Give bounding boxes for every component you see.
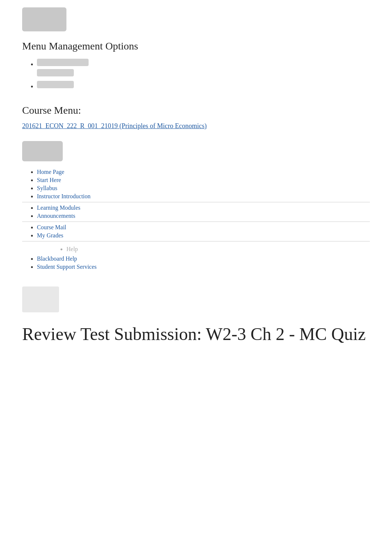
help-subsection: Help bbox=[22, 246, 370, 253]
list-item: Syllabus bbox=[37, 185, 370, 192]
nav-group-2: Learning Modules Announcements bbox=[22, 205, 370, 219]
nav-group-4: Blackboard Help Student Support Services bbox=[22, 255, 370, 270]
nav-group-3: Course Mail My Grades bbox=[22, 224, 370, 239]
list-item: Home Page bbox=[37, 169, 370, 175]
course-logo-placeholder bbox=[22, 141, 63, 161]
page-container: Menu Management Options Course Menu: 201… bbox=[0, 0, 392, 556]
full-nav: Home Page Start Here Syllabus Instructor… bbox=[0, 141, 392, 272]
menu-management-title: Menu Management Options bbox=[22, 40, 370, 52]
course-mail-link[interactable]: Course Mail bbox=[37, 224, 66, 230]
list-item bbox=[37, 81, 370, 90]
list-item: Blackboard Help bbox=[37, 255, 370, 262]
top-logo bbox=[22, 7, 66, 31]
list-item: Learning Modules bbox=[37, 205, 370, 211]
help-item: Help bbox=[66, 246, 370, 253]
menu-item-placeholder-2 bbox=[37, 69, 74, 76]
review-thumbnail bbox=[22, 286, 59, 312]
menu-item-placeholder-1 bbox=[37, 59, 89, 66]
nav-list-1: Home Page Start Here Syllabus Instructor… bbox=[22, 169, 370, 200]
student-support-services-link[interactable]: Student Support Services bbox=[37, 264, 97, 270]
list-item bbox=[37, 59, 370, 78]
list-item: Student Support Services bbox=[37, 264, 370, 270]
list-item: Start Here bbox=[37, 177, 370, 183]
menu-management-section: Menu Management Options bbox=[0, 37, 392, 101]
my-grades-link[interactable]: My Grades bbox=[37, 232, 63, 238]
list-item: Announcements bbox=[37, 213, 370, 219]
menu-item-placeholder-3 bbox=[37, 81, 74, 88]
nav-list-4: Blackboard Help Student Support Services bbox=[22, 255, 370, 270]
list-item: Instructor Introduction bbox=[37, 193, 370, 200]
blackboard-help-link[interactable]: Blackboard Help bbox=[37, 255, 77, 262]
home-page-link[interactable]: Home Page bbox=[37, 169, 64, 175]
instructor-introduction-link[interactable]: Instructor Introduction bbox=[37, 193, 90, 199]
list-item: My Grades bbox=[37, 232, 370, 239]
separator-2 bbox=[22, 222, 370, 222]
menu-management-list bbox=[22, 59, 370, 90]
list-item: Course Mail bbox=[37, 224, 370, 231]
nav-list-3: Course Mail My Grades bbox=[22, 224, 370, 239]
top-logo-area bbox=[0, 0, 392, 37]
separator-1 bbox=[22, 202, 370, 202]
course-menu-title: Course Menu: bbox=[22, 104, 370, 116]
announcements-link[interactable]: Announcements bbox=[37, 213, 75, 219]
help-list: Help bbox=[22, 246, 370, 253]
nav-group-1: Home Page Start Here Syllabus Instructor… bbox=[22, 169, 370, 200]
course-link[interactable]: 201621_ECON_222_R_001_21019 (Principles … bbox=[22, 122, 370, 130]
nav-list-2: Learning Modules Announcements bbox=[22, 205, 370, 219]
help-label: Help bbox=[66, 246, 78, 252]
main-content: Review Test Submission: W2-3 Ch 2 - MC Q… bbox=[0, 272, 392, 556]
separator-3 bbox=[22, 241, 370, 241]
review-title: Review Test Submission: W2-3 Ch 2 - MC Q… bbox=[22, 323, 370, 345]
course-menu-section: Course Menu: 201621_ECON_222_R_001_21019… bbox=[0, 101, 392, 141]
syllabus-link[interactable]: Syllabus bbox=[37, 185, 57, 191]
learning-modules-link[interactable]: Learning Modules bbox=[37, 205, 80, 211]
start-here-link[interactable]: Start Here bbox=[37, 177, 61, 183]
